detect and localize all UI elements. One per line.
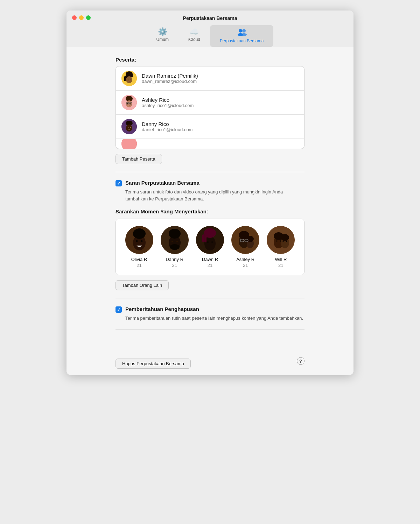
svg-point-42	[207, 241, 209, 243]
svg-point-34	[170, 244, 180, 250]
person-item-dawn[interactable]: Dawn R 21	[196, 226, 224, 268]
tab-shared-library[interactable]: Perpustakaan Bersama	[210, 25, 273, 47]
cloud-icon: ☁️	[189, 28, 199, 36]
tab-shared-library-label: Perpustakaan Bersama	[220, 38, 264, 43]
svg-point-43	[211, 241, 213, 243]
svg-point-29	[136, 240, 138, 242]
svg-point-61	[286, 241, 287, 242]
people-icon	[237, 28, 247, 37]
svg-point-50	[245, 240, 247, 241]
svg-point-24	[130, 127, 131, 128]
person-count-dawn: 21	[208, 263, 212, 268]
participant-info-dawn: Dawn Ramirez (Pemilik) dawn_ramirez@iclo…	[142, 73, 299, 84]
svg-point-59	[280, 240, 281, 242]
avatar-partial	[121, 139, 137, 149]
participants-label: Peserta:	[115, 57, 304, 63]
svg-point-1	[242, 29, 246, 33]
tab-icloud-label: iCloud	[188, 37, 200, 42]
person-name-dawn: Dawn R	[202, 257, 218, 262]
svg-point-18	[127, 103, 128, 104]
deletion-checkbox[interactable]: ✓	[115, 306, 122, 313]
bottom-bar: Hapus Perpustakaan Bersama ?	[66, 347, 354, 375]
people-grid: Olivia R 21	[121, 226, 299, 268]
title-bar: Perpustakaan Bersama	[66, 10, 354, 21]
participant-email-danny: daniel_rico1@icloud.com	[142, 127, 299, 132]
deletion-desc: Terima pemberitahuan rutin saat peserta …	[125, 315, 304, 322]
minimize-button[interactable]	[79, 15, 84, 20]
svg-point-23	[128, 127, 128, 128]
gear-icon: ⚙️	[158, 28, 167, 36]
svg-point-22	[126, 125, 132, 132]
svg-point-10	[128, 79, 128, 79]
svg-rect-8	[124, 76, 125, 81]
close-button[interactable]	[72, 15, 77, 20]
tab-umum[interactable]: ⚙️ Umum	[147, 25, 178, 47]
person-item-olivia[interactable]: Olivia R 21	[125, 226, 153, 268]
participant-row-partial	[116, 139, 304, 149]
svg-point-36	[176, 241, 178, 242]
svg-point-58	[276, 240, 278, 242]
avatar-ashley	[121, 95, 137, 110]
suggest-moments-label: Sarankan Momen Yang Menyertakan:	[115, 208, 304, 214]
svg-point-35	[172, 241, 173, 242]
participant-info-ashley: Ashley Rico ashley_rico1@icloud.com	[142, 97, 299, 108]
avatar-danny	[121, 119, 137, 134]
suggestions-desc: Terima saran untuk foto dan video orang …	[125, 189, 304, 202]
content-area: Peserta:	[66, 47, 354, 347]
participant-email-ashley: ashley_rico1@icloud.com	[142, 103, 299, 108]
person-count-danny: 21	[172, 263, 177, 268]
svg-point-28	[133, 228, 146, 239]
deletion-checkbox-row: ✓ Pemberitahuan Penghapusan	[115, 306, 304, 313]
participant-name-danny: Danny Rico	[142, 121, 299, 127]
avatar-dawn-r	[196, 226, 224, 254]
svg-point-9	[126, 76, 132, 83]
avatar-olivia	[125, 226, 153, 254]
help-button[interactable]: ?	[297, 357, 304, 365]
person-name-ashley: Ashley R	[236, 257, 254, 262]
svg-point-60	[283, 241, 284, 242]
deletion-title: Pemberitahuan Penghapusan	[125, 306, 199, 312]
suggestions-title: Saran Perpustakaan Bersama	[125, 180, 200, 186]
participant-row: Ashley Rico ashley_rico1@icloud.com	[116, 91, 304, 115]
person-item-ashley[interactable]: Ashley R 21	[231, 226, 259, 268]
person-name-will: Will R	[275, 257, 287, 262]
svg-point-57	[281, 234, 289, 241]
window-title: Perpustakaan Bersama	[183, 15, 237, 21]
people-grid-container: Olivia R 21	[115, 219, 304, 275]
svg-point-25	[121, 139, 137, 149]
participant-email-dawn: dawn_ramirez@icloud.com	[142, 79, 299, 84]
person-count-olivia: 21	[136, 263, 141, 268]
person-item-danny[interactable]: Danny R 21	[161, 226, 189, 268]
participant-info-danny: Danny Rico daniel_rico1@icloud.com	[142, 121, 299, 132]
divider-2	[115, 298, 304, 298]
toolbar: ⚙️ Umum ☁️ iCloud Perpustakaan Bersama	[66, 21, 354, 47]
participants-list: Dawn Ramirez (Pemilik) dawn_ramirez@iclo…	[115, 66, 304, 149]
person-name-olivia: Olivia R	[131, 257, 147, 262]
add-participants-button[interactable]: Tambah Peserta	[115, 154, 162, 164]
suggestions-checkbox[interactable]: ✓	[115, 180, 122, 186]
participant-row: Danny Rico daniel_rico1@icloud.com	[116, 115, 304, 139]
svg-rect-40	[204, 234, 206, 242]
divider-3	[115, 330, 304, 330]
divider-1	[115, 172, 304, 172]
svg-point-11	[130, 79, 131, 79]
person-count-ashley: 21	[243, 263, 248, 268]
svg-point-0	[239, 29, 242, 33]
svg-point-48	[247, 236, 254, 242]
person-item-will[interactable]: Will R 21	[267, 226, 295, 268]
person-name-danny: Danny R	[166, 257, 183, 262]
checkmark-icon: ✓	[117, 181, 121, 186]
participant-name-ashley: Ashley Rico	[142, 97, 299, 103]
tab-icloud[interactable]: ☁️ iCloud	[178, 25, 210, 47]
delete-library-button[interactable]: Hapus Perpustakaan Bersama	[115, 359, 191, 369]
svg-point-30	[141, 240, 142, 242]
suggestions-checkbox-row: ✓ Saran Perpustakaan Bersama	[115, 180, 304, 186]
svg-point-19	[131, 103, 131, 104]
tab-umum-label: Umum	[156, 37, 169, 42]
svg-rect-41	[202, 234, 204, 242]
add-others-button[interactable]: Tambah Orang Lain	[115, 280, 169, 290]
participant-name-dawn: Dawn Ramirez (Pemilik)	[142, 73, 299, 79]
svg-point-14	[126, 100, 132, 107]
avatar-will-r	[267, 226, 295, 254]
maximize-button[interactable]	[86, 15, 91, 20]
